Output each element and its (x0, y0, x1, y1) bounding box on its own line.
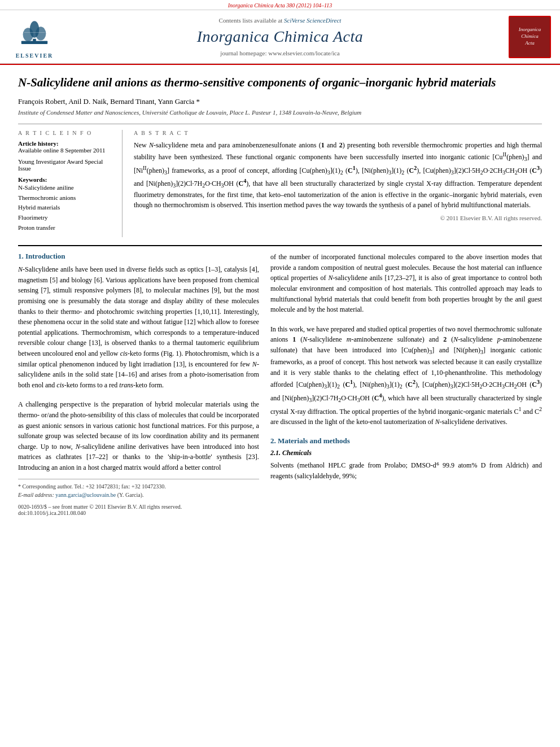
article-title-text: N-Salicylidene anil anions as thermo-sen… (18, 76, 496, 89)
section2-1-heading: 2.1. Chemicals (270, 449, 542, 457)
abstract-section: A B S T R A C T New N-salicylidene meta … (134, 130, 542, 237)
logo-line3: Acta (525, 40, 535, 46)
email-label: E-mail address: (18, 492, 55, 498)
section1-heading: 1. Introduction (18, 252, 259, 261)
article-affiliation: Institute of Condensed Matter and Nanosc… (18, 109, 542, 116)
elsevier-logo: ELSEVIER (9, 15, 60, 59)
abstract-section-title: A B S T R A C T (134, 130, 542, 136)
history-label: Article history: (18, 140, 114, 147)
journal-title: Inorganica Chimica Acta (197, 28, 364, 46)
article-authors: François Robert, Anil D. Naik, Bernard T… (18, 97, 542, 106)
section1-col2-para1: of the number of incorporated functional… (270, 252, 542, 315)
journal-banner: ELSEVIER Contents lists available at Sci… (0, 10, 560, 64)
article-info-row: A R T I C L E I N F O Article history: A… (18, 130, 542, 237)
abstract-text: New N-salicylidene meta and para aminobe… (134, 140, 542, 210)
keywords-list: N-Salicylidene aniline Thermochromic ani… (18, 183, 114, 233)
journal-logo-box: Inorganica Chimica Acta (509, 16, 551, 58)
keyword-1: N-Salicylidene aniline (18, 183, 114, 193)
article-info-section-title: A R T I C L E I N F O (18, 130, 114, 136)
keyword-3: Hybrid materials (18, 203, 114, 213)
body-col-left: 1. Introduction N-Salicylidene anils hav… (18, 252, 259, 516)
journal-ref-bar: Inorganica Chimica Acta 380 (2012) 104–1… (0, 0, 560, 10)
keyword-2: Thermochromic anions (18, 193, 114, 203)
journal-center: Contents lists available at SciVerse Sci… (60, 17, 500, 56)
keywords-label: Keywords: (18, 176, 114, 183)
article-history-group: Article history: Available online 8 Sept… (18, 140, 114, 154)
copyright-line: © 2011 Elsevier B.V. All rights reserved… (134, 215, 542, 221)
contents-label: Contents lists available at (219, 17, 283, 24)
footnote-area: * Corresponding author. Tel.: +32 104728… (18, 479, 259, 499)
footer-id-1: 0020-1693/$ – see front matter © 2011 El… (18, 504, 259, 510)
elsevier-tree-icon (18, 15, 51, 51)
keywords-group: Keywords: N-Salicylidene aniline Thermoc… (18, 176, 114, 233)
special-issue-group: Young Investigator Award Special Issue (18, 158, 114, 172)
section2-1-text: Solvents (methanol HPLC grade from Prola… (270, 460, 542, 481)
keyword-4: Fluorimetry (18, 213, 114, 223)
sciverse-link[interactable]: SciVerse ScienceDirect (284, 17, 341, 24)
sciverse-line: Contents lists available at SciVerse Sci… (219, 17, 342, 24)
page: Inorganica Chimica Acta 380 (2012) 104–1… (0, 0, 560, 747)
article-content: N-Salicylidene anil anions as thermo-sen… (0, 65, 560, 526)
journal-header: Inorganica Chimica Acta 380 (2012) 104–1… (0, 0, 560, 65)
journal-ref: Inorganica Chimica Acta 380 (2012) 104–1… (228, 2, 333, 8)
email-author: (Y. Garcia). (116, 492, 143, 498)
section1-col1-para2: A challenging perspective is the prepara… (18, 399, 259, 473)
two-col-body: 1. Introduction N-Salicylidene anils hav… (18, 252, 542, 516)
journal-homepage: journal homepage: www.elsevier.com/locat… (220, 50, 339, 56)
section2-heading: 2. Materials and methods (270, 436, 542, 445)
logo-line2: Chimica (521, 33, 539, 39)
corresponding-author-note: * Corresponding author. Tel.: +32 104728… (18, 482, 259, 491)
article-title: N-Salicylidene anil anions as thermo-sen… (18, 75, 542, 90)
body-divider (18, 245, 542, 246)
article-divider (18, 124, 542, 124)
keyword-5: Proton transfer (18, 223, 114, 233)
svg-rect-4 (33, 39, 36, 43)
journal-logo-right: Inorganica Chimica Acta (500, 16, 551, 58)
section1-col2-para2: In this work, we have prepared and studi… (270, 324, 542, 427)
svg-point-3 (36, 27, 46, 40)
email-link[interactable]: yann.garcia@uclouvain.be (55, 492, 116, 498)
footer-ids: 0020-1693/$ – see front matter © 2011 El… (18, 504, 259, 516)
email-note: E-mail address: yann.garcia@uclouvain.be… (18, 491, 259, 499)
available-online: Available online 8 September 2011 (18, 147, 114, 154)
logo-line1: Inorganica (519, 27, 541, 32)
footer-id-2: doi:10.1016/j.ica.2011.08.040 (18, 510, 259, 516)
section1-col1-para1: N-Salicylidene anils have been used in d… (18, 264, 259, 390)
body-col-right: of the number of incorporated functional… (270, 252, 542, 516)
journal-logo-box-inner: Inorganica Chimica Acta (519, 27, 541, 46)
elsevier-label: ELSEVIER (16, 53, 54, 59)
article-info-left: A R T I C L E I N F O Article history: A… (18, 130, 123, 237)
special-issue: Young Investigator Award Special Issue (18, 158, 114, 172)
